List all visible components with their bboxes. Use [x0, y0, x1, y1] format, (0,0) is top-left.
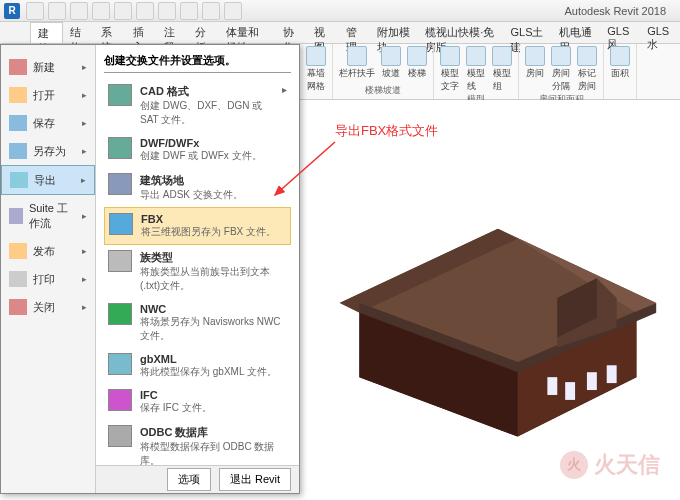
ribbon-tab[interactable]: 系统 [94, 22, 125, 43]
svg-rect-12 [587, 372, 597, 390]
ribbon-tab[interactable]: 附加模块 [370, 22, 418, 43]
file-menu-item[interactable]: 另存为▸ [1, 137, 95, 165]
chevron-right-icon: ▸ [82, 211, 87, 221]
file-menu-item-icon [9, 208, 23, 224]
file-menu-item-label: 另存为 [33, 144, 66, 159]
ribbon-tab[interactable]: 机电通用 [552, 22, 600, 43]
export-item-icon [108, 84, 132, 106]
file-menu-footer: 选项 退出 Revit [96, 465, 299, 493]
ribbon-tab[interactable]: 协作 [276, 22, 307, 43]
export-item-desc: 将此模型保存为 gbXML 文件。 [140, 365, 277, 379]
export-item[interactable]: 建筑场地导出 ADSK 交换文件。 [104, 168, 291, 207]
qat-button[interactable] [70, 2, 88, 20]
qat-button[interactable] [48, 2, 66, 20]
export-item-icon [108, 389, 132, 411]
svg-rect-13 [607, 365, 617, 383]
ribbon-button-icon [466, 46, 486, 66]
ribbon-button[interactable]: 楼梯 [407, 46, 427, 80]
options-button[interactable]: 选项 [167, 468, 211, 491]
file-menu-item[interactable]: Suite 工作流▸ [1, 195, 95, 237]
export-item[interactable]: NWC将场景另存为 Navisworks NWC 文件。 [104, 298, 291, 348]
ribbon-button-label: 面积 [611, 67, 629, 80]
ribbon-tab[interactable]: 注释 [157, 22, 188, 43]
qat-button[interactable] [202, 2, 220, 20]
ribbon-tabs: 建筑结构系统插入注释分析体量和场地协作视图管理附加模块榄视山快模·免房版GLS土… [0, 22, 680, 44]
export-item-title: IFC [140, 389, 212, 401]
file-menu-sidebar: 新建▸打开▸保存▸另存为▸导出▸Suite 工作流▸发布▸打印▸关闭▸ [1, 45, 96, 493]
export-item-desc: 将场景另存为 Navisworks NWC 文件。 [140, 315, 287, 343]
ribbon-tab[interactable]: 视图 [307, 22, 338, 43]
ribbon-button-icon [306, 46, 326, 66]
file-menu-item[interactable]: 关闭▸ [1, 293, 95, 321]
export-item[interactable]: gbXML将此模型保存为 gbXML 文件。 [104, 348, 291, 384]
ribbon-button-icon [492, 46, 512, 66]
ribbon-group: 房间房间 分隔标记 房间房间和面积 [519, 44, 604, 99]
file-menu-item[interactable]: 打开▸ [1, 81, 95, 109]
export-item-desc: 导出 ADSK 交换文件。 [140, 188, 243, 202]
qat-button[interactable] [26, 2, 44, 20]
ribbon-button[interactable]: 模型 文字 [440, 46, 460, 93]
ribbon-button[interactable]: 栏杆扶手 [339, 46, 375, 80]
ribbon-button[interactable]: 幕墙 网格 [306, 46, 326, 93]
file-menu-item-label: 保存 [33, 116, 55, 131]
ribbon-button[interactable]: 房间 分隔 [551, 46, 571, 93]
ribbon-button-label: 房间 分隔 [552, 67, 570, 93]
file-menu-item[interactable]: 发布▸ [1, 237, 95, 265]
file-menu-item[interactable]: 保存▸ [1, 109, 95, 137]
export-item[interactable]: 族类型将族类型从当前族导出到文本(.txt)文件。 [104, 245, 291, 298]
ribbon-tab[interactable]: GLS土建 [503, 22, 551, 43]
file-menu-item-icon [9, 299, 27, 315]
3d-viewport[interactable] [300, 100, 676, 496]
ribbon-button-icon [347, 46, 367, 66]
ribbon-button[interactable]: 标记 房间 [577, 46, 597, 93]
qat-button[interactable] [158, 2, 176, 20]
ribbon-button[interactable]: 坡道 [381, 46, 401, 80]
qat-button[interactable] [224, 2, 242, 20]
qat-button[interactable] [92, 2, 110, 20]
qat-button[interactable] [136, 2, 154, 20]
export-item[interactable]: DWF/DWFx创建 DWF 或 DWFx 文件。 [104, 132, 291, 168]
app-logo-icon[interactable]: R [4, 3, 20, 19]
file-menu-item-label: 关闭 [33, 300, 55, 315]
ribbon-group: 栏杆扶手坡道楼梯楼梯坡道 [333, 44, 434, 99]
export-item-desc: 创建 DWF 或 DWFx 文件。 [140, 149, 262, 163]
export-item-desc: 将模型数据保存到 ODBC 数据库。 [140, 440, 287, 468]
export-item[interactable]: IFC保存 IFC 文件。 [104, 384, 291, 420]
file-menu-item[interactable]: 打印▸ [1, 265, 95, 293]
exit-button[interactable]: 退出 Revit [219, 468, 291, 491]
ribbon-button[interactable]: 模型 线 [466, 46, 486, 93]
export-item[interactable]: CAD 格式创建 DWG、DXF、DGN 或 SAT 文件。▸ [104, 79, 291, 132]
ribbon-button-label: 幕墙 网格 [307, 67, 325, 93]
chevron-right-icon: ▸ [82, 90, 87, 100]
ribbon-tab[interactable]: GLS风 [600, 22, 640, 43]
ribbon-tab[interactable]: 分析 [188, 22, 219, 43]
qat-button[interactable] [180, 2, 198, 20]
ribbon-tab[interactable]: 结构 [63, 22, 94, 43]
app-title: Autodesk Revit 2018 [564, 5, 666, 17]
file-menu-item-label: 导出 [34, 173, 56, 188]
ribbon-button-label: 模型 文字 [441, 67, 459, 93]
ribbon-tab[interactable]: 插入 [126, 22, 157, 43]
ribbon-button[interactable]: 面积 [610, 46, 630, 80]
ribbon-button-icon [525, 46, 545, 66]
export-item-desc: 将三维视图另存为 FBX 文件。 [141, 225, 276, 239]
file-menu-item[interactable]: 导出▸ [1, 165, 95, 195]
export-item[interactable]: FBX将三维视图另存为 FBX 文件。 [104, 207, 291, 245]
ribbon-tab[interactable]: 管理 [339, 22, 370, 43]
ribbon-tab[interactable]: 体量和场地 [219, 22, 276, 43]
ribbon-group: 面积 [604, 44, 637, 99]
ribbon-button[interactable]: 房间 [525, 46, 545, 93]
export-item-icon [108, 173, 132, 195]
watermark-logo-icon: 火 [560, 451, 588, 479]
ribbon-button-label: 房间 [526, 67, 544, 80]
ribbon-button[interactable]: 模型 组 [492, 46, 512, 93]
ribbon-tab[interactable]: 建筑 [30, 22, 63, 43]
export-item-icon [108, 303, 132, 325]
ribbon-tab[interactable]: 榄视山快模·免房版 [418, 22, 503, 43]
ribbon-tab[interactable]: GLS水 [640, 22, 680, 43]
qat-button[interactable] [114, 2, 132, 20]
file-menu-item-icon [9, 143, 27, 159]
file-menu-panel: 创建交换文件并设置选项。 CAD 格式创建 DWG、DXF、DGN 或 SAT … [96, 45, 299, 493]
file-menu-item[interactable]: 新建▸ [1, 53, 95, 81]
export-item-icon [108, 425, 132, 447]
